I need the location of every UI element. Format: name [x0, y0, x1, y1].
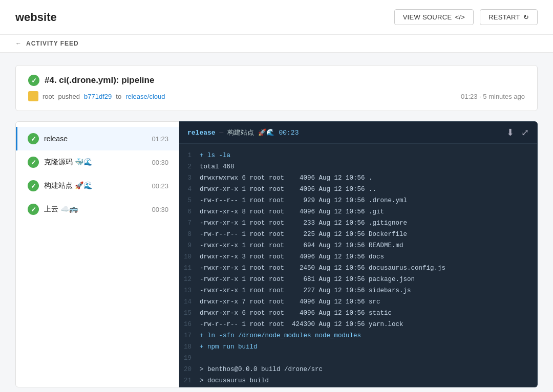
- log-line: 12 -rwxr-xr-x 1 root root 681 Aug 12 10:…: [179, 274, 537, 285]
- line-content: -rwxr-xr-x 1 root root 2450 Aug 12 10:56…: [200, 263, 445, 273]
- line-number: 1: [179, 150, 200, 161]
- step-left: 上云 ☁️🚌: [28, 204, 78, 215]
- header-actions: VIEW SOURCE </> RESTART ↻: [394, 9, 538, 25]
- line-number: 9: [179, 241, 200, 251]
- log-line: 6 drwxr-xr-x 8 root root 4096 Aug 12 10:…: [179, 206, 537, 217]
- log-line: 21 > docusaurus build: [179, 375, 537, 386]
- line-number: 4: [179, 184, 200, 194]
- expand-button[interactable]: ⤢: [521, 127, 529, 138]
- back-label: ACTIVITY FEED: [26, 40, 79, 47]
- line-content: > docusaurus build: [200, 376, 269, 386]
- line-number: 21: [179, 376, 200, 386]
- pipeline-card-header: #4. ci(.drone.yml): pipeline: [28, 75, 525, 86]
- view-source-icon: </>: [455, 13, 465, 21]
- step-duration: 01:23: [152, 135, 168, 143]
- line-content: drwxr-xr-x 8 root root 4096 Aug 12 10:56…: [200, 207, 384, 217]
- step-check-icon: [28, 180, 39, 191]
- log-line: 8 -rw-r--r-- 1 root root 225 Aug 12 10:5…: [179, 229, 537, 240]
- line-content: drwxr-xr-x 1 root root 4096 Aug 12 10:56…: [200, 184, 376, 194]
- restart-button[interactable]: RESTART ↻: [480, 9, 538, 25]
- line-number: 8: [179, 229, 200, 239]
- log-line: 15 drwxr-xr-x 6 root root 4096 Aug 12 10…: [179, 308, 537, 319]
- pipeline-title: #4. ci(.drone.yml): pipeline: [45, 75, 154, 85]
- step-item[interactable]: 上云 ☁️🚌 00:30: [16, 198, 179, 221]
- terminal-title: release — 构建站点 🚀🌊 00:23: [187, 128, 299, 137]
- line-content: -rwxr-xr-x 1 root root 233 Aug 12 10:56 …: [200, 218, 407, 228]
- step-duration: 00:30: [152, 159, 168, 166]
- line-number: 20: [179, 364, 200, 375]
- log-line: 1 + ls -la: [179, 150, 537, 161]
- view-source-label: VIEW SOURCE: [403, 13, 452, 21]
- log-line: 18 + npm run build: [179, 341, 537, 353]
- branch-link[interactable]: release/cloud: [125, 93, 165, 100]
- step-name: 上云 ☁️🚌: [44, 205, 78, 214]
- line-content: -rwxr-xr-x 1 root root 681 Aug 12 10:56 …: [200, 274, 415, 285]
- step-name: 构建站点 🚀🌊: [44, 181, 92, 190]
- log-line: 9 -rwxr-xr-x 1 root root 694 Aug 12 10:5…: [179, 240, 537, 251]
- line-content: drwxrwxrwx 6 root root 4096 Aug 12 10:56…: [200, 173, 373, 183]
- step-duration: 00:30: [152, 206, 168, 213]
- terminal-header: release — 构建站点 🚀🌊 00:23 ⬇ ⤢: [179, 122, 537, 144]
- pipeline-meta-right: 01:23 · 5 minutes ago: [461, 93, 525, 100]
- line-number: 17: [179, 331, 200, 341]
- line-content: total 468: [200, 162, 235, 172]
- log-line: 17 + ln -sfn /drone/node_modules node_mo…: [179, 330, 537, 341]
- log-line: 7 -rwxr-xr-x 1 root root 233 Aug 12 10:5…: [179, 217, 537, 229]
- line-number: 15: [179, 308, 200, 318]
- terminal-sub-step: 构建站点: [227, 128, 254, 137]
- log-line: 19: [179, 353, 537, 364]
- line-number: 6: [179, 207, 200, 217]
- log-line: 20 > benthos@0.0.0 build /drone/src: [179, 364, 537, 375]
- step-item[interactable]: release 01:23: [16, 127, 179, 150]
- line-content: drwxr-xr-x 6 root root 4096 Aug 12 10:56…: [200, 308, 392, 318]
- line-content: -rwxr-xr-x 1 root root 694 Aug 12 10:56 …: [200, 241, 403, 251]
- back-arrow-icon: ←: [15, 40, 22, 47]
- log-line: 5 -rw-r--r-- 1 root root 929 Aug 12 10:5…: [179, 195, 537, 206]
- line-content: + npm run build: [200, 342, 258, 352]
- line-content: + ls -la: [200, 150, 230, 161]
- pushed-label: pushed: [58, 93, 80, 100]
- pipeline-status-icon: [28, 75, 39, 86]
- step-check-icon: [28, 133, 39, 144]
- step-check-icon: [28, 204, 39, 215]
- line-content: -rw-r--r-- 1 root root 225 Aug 12 10:56 …: [200, 229, 407, 239]
- line-content: > benthos@0.0.0 build /drone/src: [200, 364, 323, 375]
- line-number: 19: [179, 353, 200, 363]
- view-source-button[interactable]: VIEW SOURCE </>: [394, 9, 474, 25]
- step-check-icon: [28, 157, 39, 168]
- terminal-step-name: release: [187, 129, 216, 137]
- nav-bar: ← ACTIVITY FEED: [0, 35, 553, 53]
- log-line: 16 -rw-r--r-- 1 root root 424300 Aug 12 …: [179, 319, 537, 330]
- step-duration: 00:23: [152, 182, 168, 190]
- terminal-body: 1 + ls -la 2 total 468 3 drwxrwxrwx 6 ro…: [179, 144, 537, 387]
- log-line: 10 drwxr-xr-x 3 root root 4096 Aug 12 10…: [179, 251, 537, 263]
- line-content: + ln -sfn /drone/node_modules node_modul…: [200, 331, 361, 341]
- log-line: 11 -rwxr-xr-x 1 root root 2450 Aug 12 10…: [179, 263, 537, 274]
- step-left: release: [28, 133, 68, 144]
- pipeline-time-ago: · 5 minutes ago: [479, 93, 525, 100]
- line-number: 10: [179, 252, 200, 262]
- step-item[interactable]: 克隆源码 🐳🌊 00:30: [16, 150, 179, 174]
- line-number: 3: [179, 173, 200, 183]
- step-left: 构建站点 🚀🌊: [28, 180, 92, 191]
- line-number: 14: [179, 297, 200, 307]
- log-line: 14 drwxr-xr-x 7 root root 4096 Aug 12 10…: [179, 296, 537, 308]
- line-number: 12: [179, 274, 200, 285]
- terminal-controls: ⬇ ⤢: [506, 127, 529, 138]
- to-label: to: [116, 93, 121, 100]
- download-button[interactable]: ⬇: [506, 127, 514, 138]
- step-left: 克隆源码 🐳🌊: [28, 157, 92, 168]
- log-line: 4 drwxr-xr-x 1 root root 4096 Aug 12 10:…: [179, 184, 537, 195]
- line-number: 13: [179, 286, 200, 296]
- line-content: drwxr-xr-x 3 root root 4096 Aug 12 10:56…: [200, 252, 384, 262]
- step-item[interactable]: 构建站点 🚀🌊 00:23: [16, 174, 179, 198]
- log-line: 3 drwxrwxrwx 6 root root 4096 Aug 12 10:…: [179, 172, 537, 184]
- terminal-panel: release — 构建站点 🚀🌊 00:23 ⬇ ⤢ 1 + ls -la 2…: [179, 121, 538, 387]
- line-content: -rwxr-xr-x 1 root root 227 Aug 12 10:56 …: [200, 286, 411, 296]
- back-link[interactable]: ← ACTIVITY FEED: [15, 40, 538, 47]
- terminal-separator: —: [220, 129, 224, 137]
- commit-hash-link[interactable]: b771df29: [84, 93, 112, 100]
- log-line: 13 -rwxr-xr-x 1 root root 227 Aug 12 10:…: [179, 285, 537, 296]
- line-content: -rw-r--r-- 1 root root 424300 Aug 12 10:…: [200, 319, 403, 330]
- step-name: release: [44, 135, 68, 143]
